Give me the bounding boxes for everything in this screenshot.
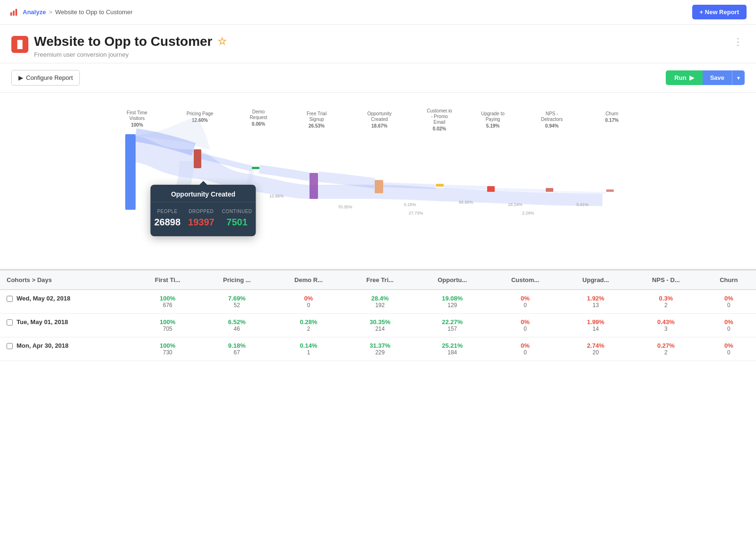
data-table-section: Cohorts > Days First Ti... Pricing ... D… — [0, 269, 756, 361]
flow-label-7035: 70.35% — [338, 205, 352, 209]
run-play-icon: ▶ — [689, 74, 694, 81]
data-cell: 0.3%2 — [630, 290, 702, 314]
more-menu-button[interactable]: ⋮ — [731, 34, 745, 49]
table-row: Wed, May 02, 2018100%6767.69%520%028.4%1… — [0, 290, 756, 314]
bar-churn — [606, 189, 614, 192]
tooltip-title: Opportunity Created — [150, 185, 256, 202]
data-cell: 0.27%2 — [630, 337, 702, 361]
data-cell: 0%0 — [490, 314, 561, 337]
svg-text:26.53%: 26.53% — [309, 123, 325, 129]
bar-first-time — [125, 134, 136, 210]
bar-nps — [546, 188, 553, 192]
stage-label-first-time: First Time — [127, 110, 147, 115]
tooltip-dropped-value: 19397 — [188, 217, 215, 228]
bar-opp-created — [375, 180, 383, 193]
data-cell: 28.4%192 — [345, 290, 415, 314]
row-label-cell: Wed, May 02, 2018 — [0, 290, 134, 314]
row-label-cell: Mon, Apr 30, 2018 — [0, 337, 134, 361]
tooltip-people-col: PEOPLE 26898 — [150, 207, 184, 230]
flow-label-541: 5.41% — [576, 202, 589, 207]
svg-text:NPS -: NPS - — [546, 111, 558, 116]
breadcrumb: Analyze > Website to Opp to Customer — [9, 8, 133, 17]
data-cell: 1.92%13 — [561, 290, 630, 314]
page-title: Website to Opp to Customer ☆ — [34, 34, 227, 49]
flow-8-9 — [553, 192, 606, 193]
data-cell: 0%0 — [702, 290, 756, 314]
data-cell: 1.99%14 — [561, 314, 630, 337]
data-cell: 19.08%129 — [415, 290, 490, 314]
table-header-row: Cohorts > Days First Ti... Pricing ... D… — [0, 270, 756, 290]
col-header-customer: Custom... — [490, 270, 561, 290]
configure-arrow: ▶ — [18, 74, 23, 81]
svg-text:0.06%: 0.06% — [252, 121, 265, 127]
data-cell: 25.21%184 — [415, 337, 490, 361]
data-cell: 100%676 — [134, 290, 201, 314]
flow-label-015: 0.15% — [404, 202, 416, 207]
svg-rect-1 — [13, 10, 15, 16]
sankey-chart: First Time Visitors 100% Pricing Page 12… — [14, 107, 742, 258]
svg-text:Demo: Demo — [252, 109, 265, 114]
data-cell: 100%705 — [134, 314, 201, 337]
data-cell: 6.52%46 — [201, 314, 273, 337]
data-cell: 0.28%2 — [273, 314, 345, 337]
save-dropdown-button[interactable]: ▾ — [732, 70, 745, 85]
data-cell: 31.37%229 — [345, 337, 415, 361]
col-header-nps: NPS - D... — [630, 270, 702, 290]
tooltip-continued-col: CONTINUED 7501 — [218, 207, 256, 230]
page-subtitle: Freemium user conversion journey — [34, 51, 227, 58]
tooltip-dropped-col: DROPPED 19397 — [184, 207, 218, 230]
breadcrumb-analyze[interactable]: Analyze — [23, 9, 46, 16]
svg-text:0.02%: 0.02% — [433, 126, 446, 131]
configure-report-button[interactable]: ▶ Configure Report — [11, 70, 80, 86]
save-button[interactable]: Save — [703, 70, 732, 85]
svg-text:Churn: Churn — [605, 111, 618, 116]
flow-4-5 — [318, 177, 375, 183]
row-checkbox-2[interactable] — [7, 343, 13, 349]
flow-5-6 — [383, 185, 436, 187]
svg-text:Upgrade to: Upgrade to — [481, 111, 505, 116]
svg-text:18.67%: 18.67% — [371, 123, 387, 129]
svg-text:0.94%: 0.94% — [545, 123, 558, 129]
run-button[interactable]: Run ▶ — [666, 70, 702, 85]
data-cell: 2.74%20 — [561, 337, 630, 361]
svg-text:Signup: Signup — [309, 117, 324, 122]
tooltip-body: PEOPLE 26898 DROPPED 19397 CONTINUED 750… — [150, 202, 256, 236]
data-cell: 9.18%67 — [201, 337, 273, 361]
analyze-icon — [9, 8, 18, 17]
toolbar-right: Run ▶ Save ▾ — [666, 70, 745, 85]
row-checkbox-1[interactable] — [7, 319, 13, 326]
table-row: Tue, May 01, 2018100%7056.52%460.28%230.… — [0, 314, 756, 337]
star-icon[interactable]: ☆ — [217, 35, 227, 48]
row-checkbox-0[interactable] — [7, 296, 13, 302]
svg-rect-2 — [16, 9, 17, 15]
page-title-area: ▐▌ Website to Opp to Customer ☆ Freemium… — [11, 34, 227, 58]
col-header-upgrade: Upgrad... — [561, 270, 630, 290]
svg-text:Paying: Paying — [486, 117, 500, 122]
opportunity-tooltip: Opportunity Created PEOPLE 26898 DROPPED… — [150, 185, 256, 236]
svg-text:- Promo: - Promo — [431, 114, 448, 119]
svg-text:0.17%: 0.17% — [605, 118, 619, 123]
data-cell: 0%0 — [702, 337, 756, 361]
svg-text:Visitors: Visitors — [129, 116, 145, 121]
data-cell: 0%0 — [490, 337, 561, 361]
col-header-opp: Opportu... — [415, 270, 490, 290]
tooltip-arrow — [199, 181, 207, 185]
data-cell: 0.14%1 — [273, 337, 345, 361]
bar-pricing — [194, 149, 201, 168]
breadcrumb-sep: > — [49, 9, 52, 16]
svg-text:Customer.io: Customer.io — [427, 108, 452, 113]
data-cell: 7.69%52 — [201, 290, 273, 314]
cohorts-table: Cohorts > Days First Ti... Pricing ... D… — [0, 270, 756, 361]
breadcrumb-current: Website to Opp to Customer — [55, 9, 133, 16]
report-icon: ▐▌ — [11, 36, 28, 53]
top-nav: Analyze > Website to Opp to Customer + N… — [0, 0, 756, 25]
bar-free-trial — [309, 173, 318, 199]
bar-upgrade — [487, 186, 495, 192]
svg-text:100%: 100% — [131, 122, 143, 128]
svg-rect-0 — [10, 12, 12, 16]
col-header-cohorts: Cohorts > Days — [0, 270, 134, 290]
page-title-text: Website to Opp to Customer ☆ Freemium us… — [34, 34, 227, 58]
new-report-button[interactable]: + New Report — [692, 5, 747, 19]
table-row: Mon, Apr 30, 2018100%7309.18%670.14%131.… — [0, 337, 756, 361]
toolbar: ▶ Configure Report Run ▶ Save ▾ — [0, 63, 756, 93]
